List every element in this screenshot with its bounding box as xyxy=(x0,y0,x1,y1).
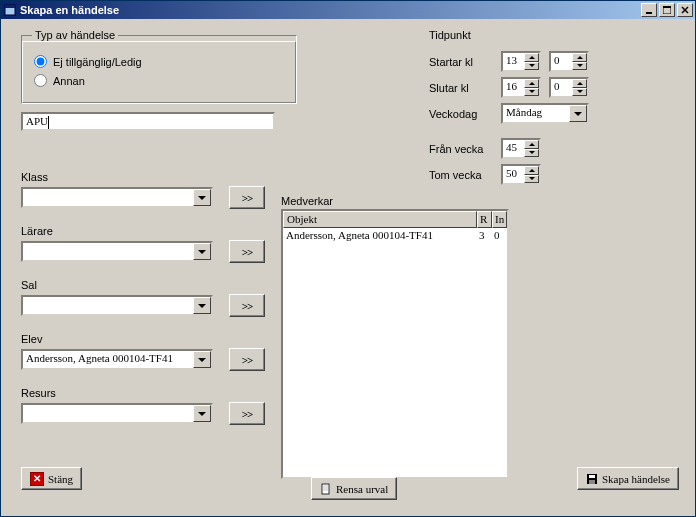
elev-add-button[interactable]: >> xyxy=(229,348,265,371)
radio-other[interactable]: Annan xyxy=(32,74,286,87)
radio-other-input[interactable] xyxy=(34,74,47,87)
start-hour-spinner[interactable]: 13 xyxy=(501,51,541,72)
start-min-spinner[interactable]: 0 xyxy=(549,51,589,72)
spin-down-icon[interactable] xyxy=(572,62,587,71)
svg-rect-7 xyxy=(322,484,329,494)
svg-rect-12 xyxy=(589,475,595,478)
radio-unavailable[interactable]: Ej tillgänglig/Ledig xyxy=(32,55,286,68)
end-min-value: 0 xyxy=(551,79,572,96)
col-in[interactable]: In xyxy=(492,211,507,228)
text-cursor xyxy=(48,116,49,129)
start-label: Startar kl xyxy=(429,56,501,68)
spin-up-icon[interactable] xyxy=(524,140,539,149)
start-hour-value: 13 xyxy=(503,53,524,70)
table-row[interactable]: Andersson, Agneta 000104-TF41 3 0 xyxy=(283,228,507,244)
sal-combo[interactable] xyxy=(21,295,213,316)
close-button-label: Stäng xyxy=(48,473,73,485)
close-icon: ✕ xyxy=(30,472,44,486)
spin-down-icon[interactable] xyxy=(524,175,539,184)
close-window-button[interactable] xyxy=(677,3,693,17)
from-week-label: Från vecka xyxy=(429,143,501,155)
klass-add-button[interactable]: >> xyxy=(229,186,265,209)
klass-combo[interactable] xyxy=(21,187,213,208)
clear-button-label: Rensa urval xyxy=(336,483,388,495)
svg-rect-1 xyxy=(5,5,15,8)
elev-label: Elev xyxy=(21,333,281,345)
larare-combo[interactable] xyxy=(21,241,213,262)
clear-button[interactable]: Rensa urval xyxy=(311,477,397,500)
elev-combo[interactable]: Andersson, Agneta 000104-TF41 xyxy=(21,349,213,370)
end-hour-spinner[interactable]: 16 xyxy=(501,77,541,98)
create-button[interactable]: Skapa händelse xyxy=(577,467,679,490)
tidpunkt-heading: Tidpunkt xyxy=(429,29,589,41)
spin-down-icon[interactable] xyxy=(524,88,539,97)
resurs-block: Resurs >> xyxy=(21,387,281,425)
spin-up-icon[interactable] xyxy=(524,79,539,88)
elev-block: Elev Andersson, Agneta 000104-TF41 >> xyxy=(21,333,281,371)
end-hour-value: 16 xyxy=(503,79,524,96)
radio-unavailable-input[interactable] xyxy=(34,55,47,68)
svg-rect-4 xyxy=(663,6,671,8)
resurs-add-button[interactable]: >> xyxy=(229,402,265,425)
spin-up-icon[interactable] xyxy=(572,53,587,62)
spin-up-icon[interactable] xyxy=(572,79,587,88)
weekday-combo[interactable]: Måndag xyxy=(501,103,589,124)
start-time-row: Startar kl 13 0 xyxy=(429,51,589,72)
maximize-button[interactable] xyxy=(659,3,675,17)
apu-input[interactable]: APU xyxy=(21,112,275,131)
spin-down-icon[interactable] xyxy=(524,149,539,158)
create-button-label: Skapa händelse xyxy=(602,473,670,485)
larare-add-button[interactable]: >> xyxy=(229,240,265,263)
end-min-spinner[interactable]: 0 xyxy=(549,77,589,98)
save-icon xyxy=(586,473,598,485)
chevron-down-icon[interactable] xyxy=(193,243,211,260)
col-objekt[interactable]: Objekt xyxy=(283,211,477,228)
from-week-spinner[interactable]: 45 xyxy=(501,138,541,159)
weekday-value: Måndag xyxy=(503,105,569,122)
klass-block: Klass >> xyxy=(21,171,281,209)
start-min-value: 0 xyxy=(551,53,572,70)
titlebar: Skapa en händelse xyxy=(1,1,695,19)
spin-up-icon[interactable] xyxy=(524,166,539,175)
left-column: Typ av händelse Ej tillgänglig/Ledig Ann… xyxy=(21,29,281,425)
sal-add-button[interactable]: >> xyxy=(229,294,265,317)
window-title: Skapa en händelse xyxy=(20,4,639,16)
larare-label: Lärare xyxy=(21,225,281,237)
larare-block: Lärare >> xyxy=(21,225,281,263)
chevron-down-icon[interactable] xyxy=(569,105,587,122)
weekday-row: Veckodag Måndag xyxy=(429,103,589,124)
spin-up-icon[interactable] xyxy=(524,53,539,62)
klass-value xyxy=(23,189,193,206)
sal-value xyxy=(23,297,193,314)
chevron-down-icon[interactable] xyxy=(193,405,211,422)
resurs-combo[interactable] xyxy=(21,403,213,424)
end-label: Slutar kl xyxy=(429,82,501,94)
spin-down-icon[interactable] xyxy=(524,62,539,71)
end-time-row: Slutar kl 16 0 xyxy=(429,77,589,98)
col-r[interactable]: R xyxy=(477,211,492,228)
to-week-row: Tom vecka 50 xyxy=(429,164,589,185)
spin-down-icon[interactable] xyxy=(572,88,587,97)
to-week-spinner[interactable]: 50 xyxy=(501,164,541,185)
apu-value: APU xyxy=(26,115,48,127)
larare-value xyxy=(23,243,193,260)
elev-value: Andersson, Agneta 000104-TF41 xyxy=(23,351,193,368)
chevron-down-icon[interactable] xyxy=(193,297,211,314)
resurs-label: Resurs xyxy=(21,387,281,399)
sal-block: Sal >> xyxy=(21,279,281,317)
medverkar-table[interactable]: Objekt R In Andersson, Agneta 000104-TF4… xyxy=(281,209,509,479)
radio-other-label: Annan xyxy=(53,75,85,87)
event-type-group: Typ av händelse Ej tillgänglig/Ledig Ann… xyxy=(21,29,297,104)
document-icon xyxy=(320,483,332,495)
to-week-label: Tom vecka xyxy=(429,169,501,181)
chevron-down-icon[interactable] xyxy=(193,189,211,206)
klass-label: Klass xyxy=(21,171,281,183)
from-week-value: 45 xyxy=(503,140,524,157)
resurs-value xyxy=(23,405,193,422)
cell-r: 3 xyxy=(477,228,492,244)
close-button[interactable]: ✕ Stäng xyxy=(21,467,82,490)
chevron-down-icon[interactable] xyxy=(193,351,211,368)
table-header: Objekt R In xyxy=(283,211,507,228)
window: Skapa en händelse Typ av händelse Ej til… xyxy=(0,0,696,517)
minimize-button[interactable] xyxy=(641,3,657,17)
